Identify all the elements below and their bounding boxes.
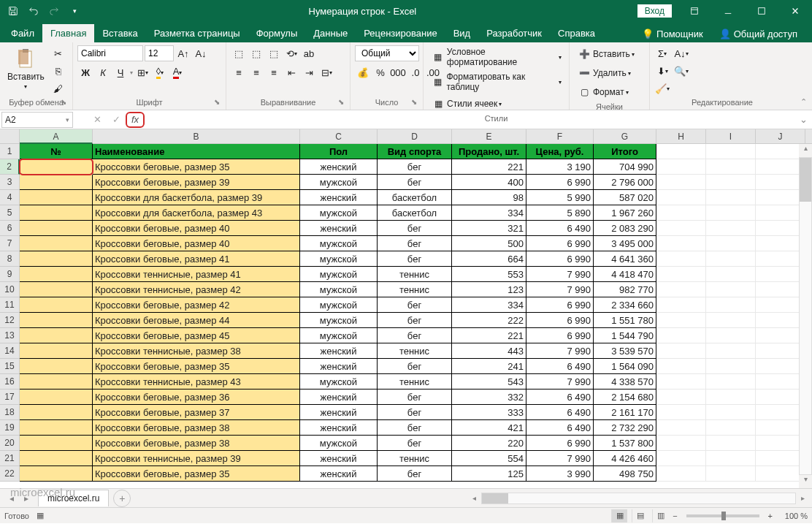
row-header[interactable]: 2 <box>0 159 20 175</box>
cell[interactable] <box>656 405 706 420</box>
cell[interactable]: женский <box>300 390 378 405</box>
zoom-out-icon[interactable]: − <box>673 512 677 520</box>
expand-formula-bar-icon[interactable]: ⌄ <box>794 114 812 125</box>
cell[interactable]: бег <box>378 390 452 405</box>
cell[interactable]: 123 <box>452 282 526 297</box>
vertical-scrollbar[interactable]: ▴ ▾ <box>799 144 812 488</box>
cell[interactable]: баскетбол <box>378 190 452 205</box>
cell[interactable] <box>706 313 756 328</box>
cell[interactable]: Кроссовки теннисные, размер 41 <box>93 267 300 282</box>
row-header[interactable]: 22 <box>0 466 20 482</box>
login-button[interactable]: Вход <box>637 4 672 18</box>
cell[interactable]: женский <box>300 343 378 359</box>
column-header[interactable]: F <box>526 129 594 144</box>
tab-help[interactable]: Справка <box>550 24 603 42</box>
tab-developer[interactable]: Разработчик <box>478 24 550 42</box>
select-all-corner[interactable] <box>0 129 20 144</box>
cell[interactable]: мужской <box>300 313 378 328</box>
tab-page-layout[interactable]: Разметка страницы <box>146 24 248 42</box>
row-header[interactable]: 4 <box>0 190 20 205</box>
column-header[interactable]: H <box>656 129 706 144</box>
bold-button[interactable]: Ж <box>77 64 93 80</box>
cell[interactable] <box>756 144 805 159</box>
cell[interactable] <box>756 313 805 328</box>
increase-indent-icon[interactable]: ⇥ <box>301 64 317 80</box>
align-top-icon[interactable]: ⬚ <box>231 45 247 61</box>
format-as-table-button[interactable]: ▦Форматировать как таблицу▾ <box>428 70 564 94</box>
cell[interactable] <box>706 205 756 221</box>
cell[interactable] <box>706 328 756 343</box>
cell[interactable] <box>656 313 706 328</box>
cell[interactable] <box>20 420 93 436</box>
cell[interactable]: 5 890 <box>526 205 594 221</box>
row-header[interactable]: 19 <box>0 420 20 436</box>
cell[interactable]: женский <box>300 451 378 466</box>
decrease-indent-icon[interactable]: ⇤ <box>283 64 299 80</box>
cell[interactable]: бег <box>378 236 452 251</box>
row-header[interactable]: 3 <box>0 175 20 190</box>
cell[interactable] <box>756 405 805 420</box>
align-left-icon[interactable]: ≡ <box>231 64 247 80</box>
row-header[interactable]: 6 <box>0 221 20 236</box>
percent-icon[interactable]: % <box>372 64 388 80</box>
cell[interactable]: бег <box>378 420 452 436</box>
share-button[interactable]: 👤Общий доступ <box>713 26 803 42</box>
cell[interactable]: мужской <box>300 297 378 313</box>
cell[interactable]: 2 083 290 <box>594 221 656 236</box>
row-header[interactable]: 1 <box>0 144 20 159</box>
number-dialog-launcher[interactable]: ⬊ <box>411 98 421 108</box>
copy-icon[interactable]: ⎘ <box>50 63 66 79</box>
cell[interactable] <box>756 466 805 482</box>
cell[interactable]: 553 <box>452 267 526 282</box>
cell[interactable]: 5 990 <box>526 190 594 205</box>
cell[interactable] <box>706 436 756 451</box>
cell[interactable]: 220 <box>452 436 526 451</box>
cell[interactable] <box>20 390 93 405</box>
cell[interactable] <box>20 175 93 190</box>
cell[interactable]: Кроссовки беговые, размер 37 <box>93 405 300 420</box>
cell[interactable]: 221 <box>452 328 526 343</box>
cell[interactable]: мужской <box>300 267 378 282</box>
cell[interactable] <box>20 313 93 328</box>
cell[interactable]: бег <box>378 466 452 482</box>
cell[interactable]: женский <box>300 466 378 482</box>
cell[interactable]: 98 <box>452 190 526 205</box>
cell[interactable] <box>656 343 706 359</box>
row-header[interactable]: 13 <box>0 328 20 343</box>
cell[interactable]: 554 <box>452 451 526 466</box>
cell[interactable] <box>756 297 805 313</box>
cut-icon[interactable]: ✂ <box>50 45 66 61</box>
header-cell[interactable]: № <box>20 144 93 159</box>
cell[interactable]: 7 990 <box>526 374 594 390</box>
cell[interactable] <box>20 205 93 221</box>
cell[interactable]: Кроссовки беговые, размер 35 <box>93 466 300 482</box>
column-header[interactable]: B <box>93 129 300 144</box>
align-center-icon[interactable]: ≡ <box>248 64 264 80</box>
cell[interactable]: 2 796 000 <box>594 175 656 190</box>
cell[interactable] <box>706 190 756 205</box>
cell[interactable] <box>20 436 93 451</box>
cell[interactable] <box>756 420 805 436</box>
cell[interactable] <box>706 466 756 482</box>
cell[interactable]: Кроссовки беговые, размер 40 <box>93 236 300 251</box>
sort-filter-icon[interactable]: A↓▾ <box>673 45 689 61</box>
cell[interactable]: Кроссовки теннисные, размер 42 <box>93 282 300 297</box>
orientation-icon[interactable]: ⟲▾ <box>283 45 299 61</box>
cell[interactable] <box>656 236 706 251</box>
cell[interactable] <box>20 236 93 251</box>
cell[interactable] <box>656 390 706 405</box>
cell[interactable] <box>20 221 93 236</box>
header-cell[interactable]: Пол <box>300 144 378 159</box>
font-color-icon[interactable]: A▾ <box>169 64 185 80</box>
font-dialog-launcher[interactable]: ⬊ <box>214 98 224 108</box>
cell[interactable]: 4 418 470 <box>594 267 656 282</box>
tab-insert[interactable]: Вставка <box>94 24 145 42</box>
chevron-down-icon[interactable]: ▾ <box>66 116 69 123</box>
tab-view[interactable]: Вид <box>445 24 479 42</box>
maximize-icon[interactable] <box>745 0 778 22</box>
italic-button[interactable]: К <box>95 64 111 80</box>
cell[interactable] <box>756 374 805 390</box>
cell[interactable] <box>20 343 93 359</box>
cell[interactable]: 6 490 <box>526 390 594 405</box>
enter-formula-icon[interactable]: ✓ <box>107 112 126 128</box>
